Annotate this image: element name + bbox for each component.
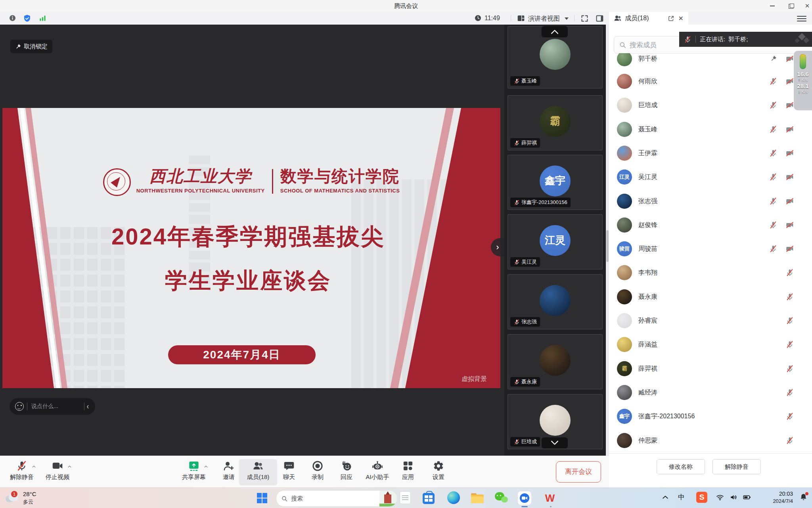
leave-meeting-button[interactable]: 离开会议 — [556, 461, 601, 483]
net-widget-capsule-icon — [800, 54, 806, 69]
taskbar-app-edge-browser[interactable] — [447, 491, 461, 505]
start-button[interactable] — [257, 493, 267, 503]
search-icon — [281, 495, 288, 502]
fullscreen-icon[interactable] — [580, 14, 589, 23]
mic-muted-icon — [769, 197, 777, 205]
member-row[interactable]: 霸 薛羿祺 — [609, 357, 812, 381]
member-row[interactable]: 骏苗 周骏苗 — [609, 237, 812, 261]
meeting-info-icon[interactable] — [9, 14, 16, 22]
taskbar-weather-widget[interactable]: 1 28°C 多云 — [4, 489, 63, 508]
member-row[interactable]: 郭千桥 — [609, 53, 812, 71]
mic-muted-icon — [786, 412, 794, 420]
taskbar-app-wps-office[interactable]: W — [544, 491, 557, 505]
camera-off-icon — [786, 101, 794, 109]
input-method-indicator[interactable]: 中 — [678, 493, 685, 502]
member-row[interactable]: 鑫宇 张鑫宇-2021300156 — [609, 404, 812, 428]
member-row[interactable]: 王伊霖 — [609, 141, 812, 165]
camera-off-icon — [786, 77, 794, 85]
member-row[interactable]: 何雨欣 — [609, 69, 812, 93]
tray-speaker-icon[interactable] — [730, 493, 737, 501]
taskbar-app-file-explorer[interactable] — [471, 491, 485, 505]
school-name-cn: 数学与统计学院 — [280, 167, 400, 185]
mic-muted-icon — [769, 245, 777, 253]
tray-battery-icon[interactable] — [743, 493, 751, 501]
rename-button[interactable]: 修改名称 — [657, 459, 705, 474]
mic-muted-icon — [769, 149, 777, 157]
member-name: 薛涵益 — [638, 333, 657, 356]
member-row[interactable]: 臧经涛 — [609, 381, 812, 404]
member-row[interactable]: 仲思蒙 — [609, 429, 812, 452]
member-row[interactable]: 孙睿宸 — [609, 309, 812, 333]
strip-scrollbar-thumb[interactable] — [606, 230, 609, 262]
control-item-settings[interactable]: 设置 — [419, 459, 458, 485]
member-row[interactable]: 薛涵益 — [609, 333, 812, 356]
close-panel-icon[interactable]: ✕ — [678, 15, 684, 22]
notification-bell-icon[interactable] — [799, 493, 808, 501]
unlock-video-button[interactable]: 取消锁定 — [10, 40, 52, 53]
avatar — [617, 433, 632, 448]
popout-panel-icon[interactable] — [668, 15, 674, 22]
virtual-background-label: 虚拟背景 — [462, 375, 487, 383]
screen-share-icon — [188, 460, 199, 471]
taskbar-app-microsoft-store[interactable] — [423, 491, 436, 505]
avatar — [617, 385, 632, 400]
divider — [511, 15, 511, 21]
tile-name-tag: 张鑫宇-2021300156 — [510, 198, 571, 207]
minimize-button[interactable] — [764, 0, 780, 12]
video-thumbnail-tile[interactable]: 聂永康 — [508, 334, 603, 389]
video-thumbnail-tile[interactable]: 江灵 吴江灵 — [508, 214, 603, 269]
video-thumbnail-tile[interactable]: 霸 薛羿祺 — [508, 95, 603, 150]
tray-show-hidden-icons[interactable] — [661, 493, 669, 501]
minimize-icon — [770, 6, 775, 6]
control-item-camera[interactable]: 停止视频 — [38, 459, 77, 485]
tab-members[interactable]: 成员(18) ✕ — [609, 12, 688, 25]
scroll-down-button[interactable] — [542, 437, 568, 448]
taskbar-clock[interactable]: 20:03 2024/7/4 — [758, 490, 793, 505]
member-row[interactable]: 聂永康 — [609, 285, 812, 309]
upload-arrow-icon: ↑ — [798, 77, 801, 82]
unmute-button[interactable]: 解除静音 — [712, 459, 761, 474]
emoji-icon[interactable] — [15, 402, 24, 411]
taskbar-search[interactable]: 搜索 — [276, 490, 397, 507]
taskbar-app-document[interactable] — [400, 491, 413, 505]
member-row[interactable]: 张志强 — [609, 189, 812, 213]
member-row[interactable]: 巨培成 — [609, 93, 812, 117]
avatar — [617, 265, 632, 280]
participant-name: 聂永康 — [521, 378, 537, 385]
member-name: 巨培成 — [638, 93, 657, 117]
presentation-slide: 西北工业大学 NORTHWESTERN POLYTECHNICAL UNIVER… — [2, 108, 500, 388]
view-mode-selector[interactable]: 演讲者视图 — [528, 15, 560, 23]
weather-condition: 多云 — [23, 498, 33, 506]
network-signal-icon[interactable] — [39, 14, 46, 22]
close-button[interactable]: ✕ — [802, 0, 812, 12]
menu-icon[interactable] — [797, 14, 806, 22]
side-panel-toggle-icon[interactable] — [596, 14, 604, 23]
scroll-up-button[interactable] — [542, 26, 568, 37]
chat-input[interactable]: 说点什么... — [27, 403, 84, 410]
control-item-screen-share[interactable]: 共享屏幕 — [175, 459, 213, 485]
collapse-chat-icon[interactable]: ‹ — [84, 402, 91, 411]
taskbar-app-tencent-meeting[interactable] — [518, 491, 531, 505]
tile-name-tag: 聂永康 — [510, 377, 540, 387]
member-row[interactable]: 李韦翔 — [609, 261, 812, 285]
speaking-name: 郭千桥; — [728, 36, 748, 43]
pin-icon — [770, 55, 777, 62]
member-row[interactable]: 江灵 吴江灵 — [609, 165, 812, 189]
mic-muted-icon — [514, 200, 520, 206]
tray-wifi-icon[interactable] — [716, 493, 724, 501]
taskbar-app-wechat[interactable] — [495, 491, 508, 505]
video-thumbnail-tile[interactable]: 鑫宇 张鑫宇-2021300156 — [508, 155, 603, 210]
restore-button[interactable] — [783, 0, 799, 12]
layout-view-icon — [517, 14, 525, 22]
sogou-input-icon[interactable]: S — [696, 492, 707, 503]
quick-chat-bar[interactable]: 说点什么... ‹ — [10, 398, 95, 415]
members-icon — [614, 14, 622, 22]
university-name-cn: 西北工业大学 — [136, 167, 265, 185]
member-row[interactable]: 赵俊锋 — [609, 213, 812, 237]
control-item-mic-muted[interactable]: 解除静音 — [3, 459, 41, 485]
tile-name-tag: 巨培成 — [510, 437, 540, 446]
university-name-en: NORTHWESTERN POLYTECHNICAL UNIVERSITY — [136, 188, 265, 194]
security-shield-icon[interactable] — [23, 14, 31, 23]
video-thumbnail-tile[interactable]: 张志强 — [508, 274, 603, 329]
member-row[interactable]: 聂玉峰 — [609, 117, 812, 141]
